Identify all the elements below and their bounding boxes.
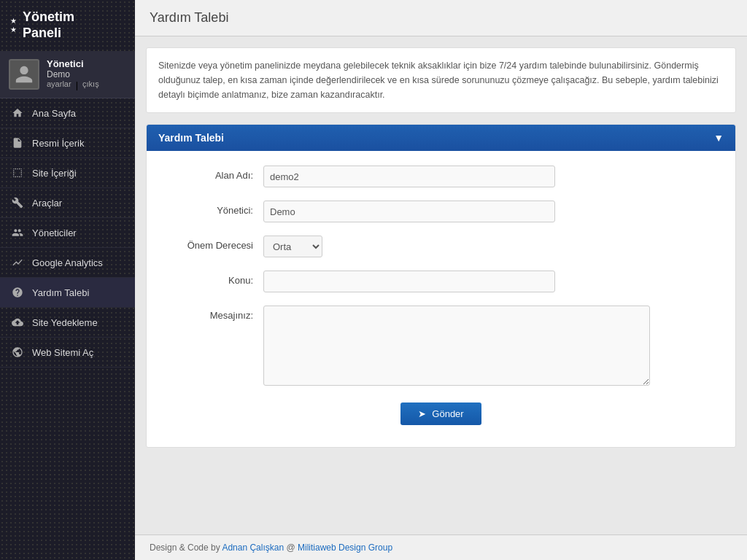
yonetici-input[interactable] <box>263 201 555 222</box>
logo-text: YönetimPaneli <box>23 9 74 41</box>
star-icon-1: ★ <box>10 18 17 25</box>
onem-row: Önem Derecesi Orta Düşük Yüksek Kritik <box>169 236 713 257</box>
sidebar-item-web-sitemi-ac[interactable]: Web Sitemi Aç <box>0 338 135 368</box>
nav-menu: Ana Sayfa Resmi İçerik Site İçeriği Araç… <box>0 98 135 560</box>
logo-area: ★ ★ YönetimPaneli <box>0 0 135 51</box>
sidebar-label-site-yedekleme: Site Yedekleme <box>32 317 98 328</box>
yonetici-row: Yönetici: <box>169 201 713 222</box>
collapse-icon[interactable]: ▼ <box>713 132 724 144</box>
logout-link[interactable]: çıkış <box>82 79 99 90</box>
footer-company-link[interactable]: Militiaweb Design Group <box>298 542 392 553</box>
sidebar-label-yardim-talebi: Yardım Talebi <box>32 287 89 298</box>
page-title: Yardım Talebi <box>150 10 732 26</box>
sidebar-item-yoneticiler[interactable]: Yöneticiler <box>0 218 135 248</box>
help-icon <box>10 285 25 300</box>
user-links: ayarlar | çıkış <box>47 79 99 90</box>
alan-adi-input[interactable] <box>263 166 555 187</box>
konu-label: Konu: <box>169 271 263 286</box>
footer-separator: @ <box>286 542 298 553</box>
mesaj-label: Mesajınız: <box>169 306 263 321</box>
user-name-label: Demo <box>47 69 99 79</box>
submit-row: ➤ Gönder <box>169 402 713 425</box>
chart-icon <box>10 255 25 270</box>
user-role-label: Yönetici <box>47 58 99 69</box>
form-header: Yardım Talebi ▼ <box>147 125 735 151</box>
footer: Design & Code by Adnan Çalışkan @ Militi… <box>135 534 747 560</box>
sidebar-label-web-sitemi-ac: Web Sitemi Aç <box>32 347 93 358</box>
user-panel: Yönetici Demo ayarlar | çıkış <box>0 51 135 98</box>
sidebar-item-araclar[interactable]: Araçlar <box>0 188 135 218</box>
form-section: Yardım Talebi ▼ Alan Adı: Yönetici: Önem… <box>146 124 736 448</box>
sidebar-item-yardim-talebi[interactable]: Yardım Talebi <box>0 278 135 308</box>
onem-control: Orta Düşük Yüksek Kritik <box>263 236 555 257</box>
mesaj-control <box>263 306 650 388</box>
settings-link[interactable]: ayarlar <box>47 79 71 90</box>
submit-button[interactable]: ➤ Gönder <box>400 402 481 425</box>
onem-select[interactable]: Orta Düşük Yüksek Kritik <box>263 236 322 257</box>
sidebar-label-google-analytics: Google Analytics <box>32 257 103 268</box>
alan-adi-control <box>263 166 555 187</box>
form-header-title: Yardım Talebi <box>158 132 224 144</box>
mesaj-row: Mesajınız: <box>169 306 713 388</box>
submit-icon: ➤ <box>418 408 426 419</box>
main-content: Yardım Talebi Sitenizde veya yönetim pan… <box>135 0 747 560</box>
backup-icon <box>10 315 25 330</box>
user-info: Yönetici Demo ayarlar | çıkış <box>47 58 99 90</box>
globe-icon <box>10 345 25 359</box>
star-icon-2: ★ <box>10 26 17 34</box>
page-header: Yardım Talebi <box>135 0 747 36</box>
yonetici-control <box>263 201 555 222</box>
footer-text: Design & Code by <box>150 542 220 553</box>
sidebar-item-google-analytics[interactable]: Google Analytics <box>0 248 135 278</box>
yonetici-label: Yönetici: <box>169 201 263 216</box>
sidebar-item-site-icerigi[interactable]: Site İçeriği <box>0 158 135 188</box>
pages-icon <box>10 166 25 180</box>
sidebar-item-site-yedekleme[interactable]: Site Yedekleme <box>0 308 135 338</box>
mesaj-textarea[interactable] <box>263 306 650 386</box>
sidebar-label-site-icerigi: Site İçeriği <box>32 168 77 179</box>
alan-adi-label: Alan Adı: <box>169 166 263 181</box>
submit-label: Gönder <box>432 408 463 419</box>
sidebar-label-resmi-icerik: Resmi İçerik <box>32 138 85 149</box>
sidebar-label-yoneticiler: Yöneticiler <box>32 228 77 238</box>
form-body: Alan Adı: Yönetici: Önem Derecesi Orta D… <box>147 151 735 447</box>
document-icon <box>10 136 25 150</box>
alan-adi-row: Alan Adı: <box>169 166 713 187</box>
konu-input[interactable] <box>263 271 555 292</box>
home-icon <box>10 106 25 120</box>
konu-row: Konu: <box>169 271 713 292</box>
page-description: Sitenizde veya yönetim panelinizde meyda… <box>146 47 736 113</box>
sidebar-label-araclar: Araçlar <box>32 198 62 209</box>
logo-stars: ★ ★ <box>10 18 17 34</box>
sidebar-item-resmi-icerik[interactable]: Resmi İçerik <box>0 128 135 158</box>
sidebar-item-ana-sayfa[interactable]: Ana Sayfa <box>0 98 135 128</box>
avatar <box>9 59 39 90</box>
sidebar-label-ana-sayfa: Ana Sayfa <box>32 108 76 119</box>
konu-control <box>263 271 555 292</box>
footer-author-link[interactable]: Adnan Çalışkan <box>222 542 284 553</box>
tools-icon <box>10 195 25 210</box>
onem-label: Önem Derecesi <box>169 236 263 251</box>
users-icon <box>10 225 25 240</box>
